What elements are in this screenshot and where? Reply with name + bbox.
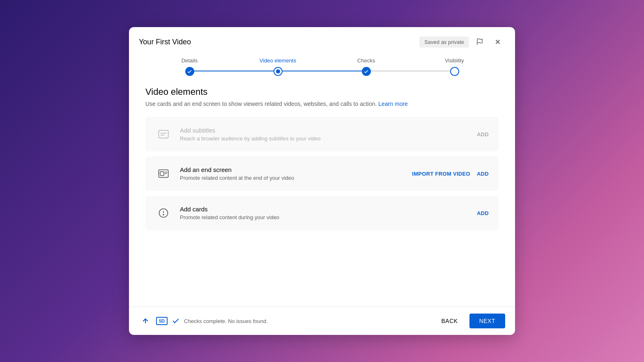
upload-svg xyxy=(141,317,150,325)
card-subtitles: Add subtitles Reach a broader audience b… xyxy=(145,117,499,151)
step-details-label: Details xyxy=(182,57,198,64)
sd-badge: 5D xyxy=(156,317,168,325)
section-title: Video elements xyxy=(145,87,499,97)
step-details: Details xyxy=(145,57,234,76)
step-checks: Checks xyxy=(322,57,410,76)
svg-rect-3 xyxy=(159,131,168,138)
learn-more-link[interactable]: Learn more xyxy=(378,101,408,107)
step-details-dot xyxy=(185,67,194,76)
progress-line xyxy=(190,71,455,71)
close-icon xyxy=(494,38,501,46)
cards-svg xyxy=(158,207,169,219)
stepper: Details Video elements Checks xyxy=(129,49,515,80)
header-actions: Saved as private xyxy=(419,34,505,49)
cards-add-button[interactable]: ADD xyxy=(477,210,489,216)
footer-status: Checks complete. No issues found. xyxy=(184,318,268,324)
subtitles-add-button[interactable]: ADD xyxy=(477,131,489,137)
end-screen-svg xyxy=(158,168,169,179)
subtitles-card-desc: Reach a broader audience by adding subti… xyxy=(180,135,469,142)
step-video-elements-label: Video elements xyxy=(260,57,296,64)
import-from-video-button[interactable]: IMPORT FROM VIDEO xyxy=(412,171,470,177)
check-icon-details xyxy=(187,69,192,74)
step-checks-dot xyxy=(362,67,371,76)
saved-badge: Saved as private xyxy=(419,37,469,48)
line-seg-3 xyxy=(366,71,455,71)
upload-icon xyxy=(139,314,152,328)
modal-footer: 5D Checks complete. No issues found. BAC… xyxy=(129,307,515,335)
checks-complete-icon xyxy=(172,317,180,325)
subtitles-svg xyxy=(158,128,169,140)
footer-right: BACK NEXT xyxy=(435,314,505,328)
steps-row: Details Video elements Checks xyxy=(145,57,499,76)
subtitles-card-title: Add subtitles xyxy=(180,127,469,134)
check-icon-checks xyxy=(363,69,369,74)
cards-card-title: Add cards xyxy=(180,206,469,213)
modal: Your First Video Saved as private xyxy=(129,27,515,335)
end-screen-add-button[interactable]: ADD xyxy=(477,171,489,177)
svg-point-12 xyxy=(163,214,164,215)
step-visibility: Visibility xyxy=(410,57,499,76)
modal-header: Your First Video Saved as private xyxy=(129,27,515,49)
cards-card-actions: ADD xyxy=(477,210,489,216)
end-screen-card-actions: IMPORT FROM VIDEO ADD xyxy=(412,171,489,177)
back-button[interactable]: BACK xyxy=(435,314,465,328)
card-cards: Add cards Promote related content during… xyxy=(145,196,499,230)
flag-button[interactable] xyxy=(472,34,487,49)
step-video-elements: Video elements xyxy=(234,57,322,76)
step-visibility-label: Visibility xyxy=(445,57,464,64)
line-seg-1 xyxy=(190,71,278,71)
cards-icon xyxy=(155,205,172,221)
modal-title: Your First Video xyxy=(139,38,191,46)
next-button[interactable]: NEXT xyxy=(469,314,505,328)
subtitles-card-actions: ADD xyxy=(477,131,489,137)
svg-rect-7 xyxy=(160,172,164,175)
flag-icon xyxy=(476,38,483,46)
close-button[interactable] xyxy=(490,34,505,49)
section-desc: Use cards and an end screen to show view… xyxy=(145,101,499,107)
end-screen-card-title: Add an end screen xyxy=(180,166,404,173)
step-checks-label: Checks xyxy=(357,57,375,64)
footer-left: 5D Checks complete. No issues found. xyxy=(139,314,435,328)
line-seg-2 xyxy=(278,71,366,71)
step-video-elements-dot xyxy=(274,67,283,76)
dot-inner xyxy=(276,69,280,73)
end-screen-card-desc: Promote related content at the end of yo… xyxy=(180,175,404,181)
cards-card-desc: Promote related content during your vide… xyxy=(180,214,469,220)
card-end-screen: Add an end screen Promote related conten… xyxy=(145,156,499,191)
subtitles-icon xyxy=(155,126,172,142)
cards-card-text: Add cards Promote related content during… xyxy=(180,206,469,220)
section-desc-text: Use cards and an end screen to show view… xyxy=(145,101,378,107)
step-visibility-dot xyxy=(450,67,459,76)
end-screen-card-text: Add an end screen Promote related conten… xyxy=(180,166,404,181)
subtitles-card-text: Add subtitles Reach a broader audience b… xyxy=(180,127,469,142)
end-screen-icon xyxy=(155,165,172,182)
modal-content: Video elements Use cards and an end scre… xyxy=(129,80,515,297)
